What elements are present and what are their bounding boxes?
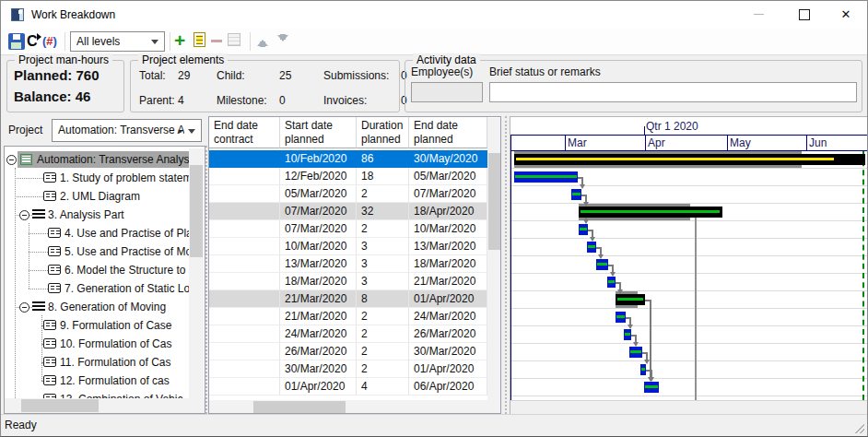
gantt-bar-task[interactable] [579,224,588,235]
resize-grip-icon[interactable] [855,424,864,433]
tree-item[interactable]: 8. Generation of Moving [48,300,189,314]
gantt-bar-task[interactable] [624,329,631,340]
table-cell: 26/Mar/2020 [280,343,357,360]
scroll-down-icon[interactable] [189,384,204,398]
scroll-right-icon[interactable] [475,400,489,414]
table-row[interactable]: 21/Mar/2020801/Apr/2020 [209,290,487,308]
table-cell: 18/Mar/2020 [280,273,357,290]
refresh-icon[interactable] [27,33,43,50]
table-row[interactable]: 24/Mar/2020226/Mar/2020 [209,325,487,343]
table-vscrollbar[interactable] [487,118,501,400]
scroll-down-icon[interactable] [487,384,501,399]
gantt-bar-task[interactable] [629,347,642,358]
tree-item[interactable]: 10. Formulation of Cas [60,337,189,351]
close-icon: ✕ [841,7,851,21]
remove-icon[interactable] [211,40,222,42]
save-icon[interactable] [8,33,25,50]
table-row[interactable]: 21/Mar/2020224/Mar/2020 [209,308,487,325]
chevron-down-icon [188,129,195,137]
table-hscrollbar[interactable] [209,400,500,414]
tree-item[interactable]: 3. Analysis Part [48,207,189,222]
table-cell: 3 [357,273,409,290]
tree-item[interactable]: 6. Model the Structure to [65,263,189,278]
level-filter-value: All levels [76,32,120,51]
move-up-icon[interactable] [256,33,269,48]
tree-item[interactable]: 12. Formulation of cas [60,373,189,388]
add-icon[interactable] [174,33,191,50]
scroll-up-icon[interactable] [487,119,501,134]
column-header-duration[interactable]: Duration planned [357,117,409,148]
tree-item[interactable]: 2. UML Diagram [60,189,189,204]
column-header-end-contract[interactable]: End date contract [209,117,280,148]
tree-item[interactable]: 7. Generation of Static Lo [65,281,189,296]
tree-item[interactable]: 11. Formulation of Cas [60,355,189,370]
employee-field [411,82,483,102]
tree-item[interactable]: 5. Use and Practise of Mo [65,244,189,259]
work-breakdown-window: Work Breakdown ✕ # All levels Project ma… [0,0,868,437]
tree-table-splitter[interactable] [205,146,207,414]
table-row[interactable]: 13/Mar/2020318/Mar/2020 [209,255,487,273]
gantt-connector-arrow-icon [580,184,585,189]
gantt-bar-project[interactable] [514,154,865,165]
table-row[interactable]: 30/Mar/2020201/Apr/2020 [209,360,487,378]
table-row[interactable]: 05/Mar/2020207/Mar/2020 [209,185,487,203]
tree-item[interactable]: 1. Study of problem stateme [60,171,189,185]
tree-item[interactable]: 9. Formulation of Case [60,318,189,333]
tree-hscrollbar-thumb[interactable] [21,399,99,412]
gantt-bar-parent[interactable] [616,294,645,305]
renumber-icon[interactable]: # [42,33,63,50]
gantt-bar-task[interactable] [596,259,608,270]
scroll-up-icon[interactable] [189,148,204,163]
gantt-connector-arrow-icon [644,360,650,364]
table-hscrollbar-thumb[interactable] [253,401,346,414]
table-row[interactable]: 12/Feb/20201805/Mar/2020 [209,168,487,185]
gantt-bar-task[interactable] [607,277,616,288]
duplicate-icon[interactable] [228,33,240,46]
table-cell: 26/Mar/2020 [409,325,487,343]
gantt-bar-task[interactable] [644,382,659,393]
gantt-bar-task[interactable] [616,312,626,323]
gantt-bar-task[interactable] [571,189,581,200]
tree-expander-icon[interactable] [19,210,29,220]
tree-item[interactable]: Automation: Transverse Analys [37,152,189,167]
gantt-bar-stripe [580,228,587,230]
table-row[interactable]: 10/Mar/2020313/Mar/2020 [209,238,487,255]
tree-vscrollbar-thumb[interactable] [190,165,203,257]
table-row[interactable]: 10/Feb/20208630/May/2020 [209,150,487,168]
scroll-right-icon[interactable] [188,398,203,413]
table-cell: 18 [357,168,409,185]
table-gantt-splitter[interactable] [505,116,507,414]
project-value: Automation: Transverse A [58,120,184,141]
table-row[interactable]: 07/Mar/2020210/Mar/2020 [209,220,487,238]
project-elements-grid: Total: 29 Child: 25 Submissions: 0 Paren… [139,69,419,107]
column-header-start-planned[interactable]: Start date planned [280,117,357,148]
project-combobox[interactable]: Automation: Transverse A ▸ [52,119,202,142]
table-row[interactable]: 26/Mar/2020230/Mar/2020 [209,343,487,360]
table-cell: 2 [357,308,409,325]
gantt-bar-parent[interactable] [579,207,722,218]
remarks-field[interactable] [489,82,857,102]
tree-hscrollbar[interactable] [5,398,205,413]
minimize-button[interactable] [737,1,780,28]
scroll-left-icon[interactable] [211,400,226,414]
month-tick [727,136,728,151]
close-button[interactable]: ✕ [825,1,867,28]
column-header-end-planned[interactable]: End date planned [409,117,487,148]
move-down-icon[interactable] [276,33,289,48]
tree-vscrollbar[interactable] [189,148,204,398]
table-row[interactable]: 18/Mar/2020321/Mar/2020 [209,273,487,290]
table-vscrollbar-thumb[interactable] [488,153,500,250]
gantt-bar-stripe [616,315,625,318]
tree-expander-icon[interactable] [19,302,29,313]
level-filter-combobox[interactable]: All levels [70,31,165,52]
gantt-bar-task[interactable] [587,242,596,253]
table-row[interactable]: 01/Apr/2020406/Apr/2020 [209,378,487,396]
maximize-button[interactable] [783,1,826,28]
table-row[interactable]: 07/Mar/20203218/Apr/2020 [209,203,487,220]
gantt-bar-task[interactable] [514,171,578,183]
scroll-left-icon[interactable] [6,398,21,413]
notes-icon[interactable] [194,32,205,47]
tree-connector [29,270,48,271]
tree-item[interactable]: 4. Use and Practise of Pla [65,226,189,241]
tree-expander-icon[interactable] [6,155,17,165]
